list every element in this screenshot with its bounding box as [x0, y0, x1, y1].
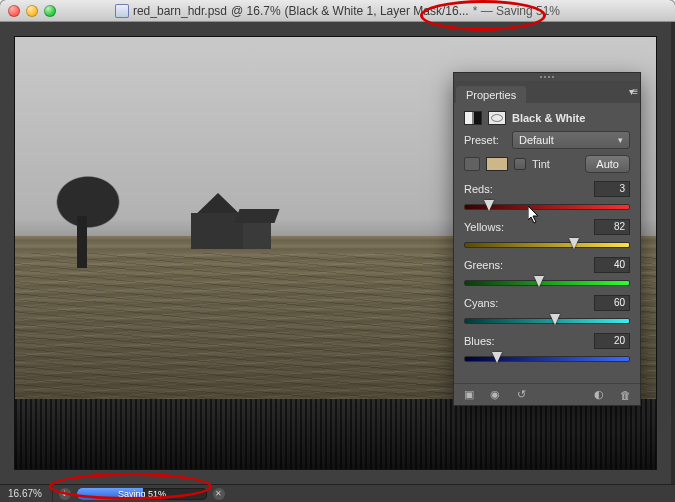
slider-cyans: Cyans: 60	[464, 295, 630, 325]
vertical-scrollbar[interactable]	[671, 22, 675, 484]
cyans-value[interactable]: 60	[594, 295, 630, 311]
reds-track[interactable]	[464, 201, 630, 211]
preset-value: Default	[519, 134, 554, 146]
auto-button[interactable]: Auto	[585, 155, 630, 173]
layer-mask-icon[interactable]	[488, 111, 506, 125]
svg-marker-0	[528, 206, 538, 223]
title-saving-status: * — Saving 51%	[473, 4, 560, 18]
preset-row: Preset: Default ▾	[464, 131, 630, 149]
panel-tabs: Properties ▾≡	[454, 81, 640, 103]
cyans-track[interactable]	[464, 315, 630, 325]
blues-slider-thumb[interactable]	[492, 352, 502, 364]
reds-value[interactable]: 3	[594, 181, 630, 197]
blues-value[interactable]: 20	[594, 333, 630, 349]
title-filename: red_barn_hdr.psd	[133, 4, 227, 18]
close-window-button[interactable]	[8, 5, 20, 17]
document-icon	[115, 4, 129, 18]
title-zoom: @ 16.7%	[231, 4, 281, 18]
slider-greens: Greens: 40	[464, 257, 630, 287]
chevron-down-icon: ▾	[618, 135, 623, 145]
blues-track[interactable]	[464, 353, 630, 363]
yellows-value[interactable]: 82	[594, 219, 630, 235]
zoom-window-button[interactable]	[44, 5, 56, 17]
yellows-track[interactable]	[464, 239, 630, 249]
app-window: red_barn_hdr.psd @ 16.7% (Black & White …	[0, 0, 675, 502]
adjustment-header: Black & White	[464, 111, 630, 125]
panel-menu-icon[interactable]: ▾≡	[629, 86, 636, 97]
slider-blues: Blues: 20	[464, 333, 630, 363]
greens-track[interactable]	[464, 277, 630, 287]
toggle-visibility-icon[interactable]: ◐	[592, 388, 606, 402]
title-layer-detail: (Black & White 1, Layer Mask/16...	[285, 4, 469, 18]
panel-body: Black & White Preset: Default ▾ Tint Aut…	[454, 103, 640, 383]
tint-checkbox[interactable]	[514, 158, 526, 170]
window-title: red_barn_hdr.psd @ 16.7% (Black & White …	[0, 0, 675, 22]
blues-label: Blues:	[464, 335, 495, 347]
tint-color-swatch[interactable]	[486, 157, 508, 171]
reset-icon[interactable]: ↺	[514, 388, 528, 402]
properties-panel[interactable]: Properties ▾≡ Black & White Preset: Defa…	[453, 72, 641, 406]
image-barn	[187, 193, 269, 253]
zoom-level[interactable]: 16.67%	[0, 485, 53, 503]
window-controls	[8, 5, 56, 17]
status-bar: 16.67% ⇣ Saving 51% ✕	[0, 484, 675, 502]
cyans-slider-thumb[interactable]	[550, 314, 560, 326]
yellows-label: Yellows:	[464, 221, 504, 233]
panel-footer: ▣ ◉ ↺ ◐ 🗑	[454, 383, 640, 405]
save-disk-icon: ⇣	[59, 488, 71, 500]
tint-label: Tint	[532, 158, 550, 170]
reds-slider-thumb[interactable]	[484, 200, 494, 212]
yellows-slider-thumb[interactable]	[569, 238, 579, 250]
slider-yellows: Yellows: 82	[464, 219, 630, 249]
cyans-label: Cyans:	[464, 297, 498, 309]
tab-properties[interactable]: Properties	[456, 86, 526, 103]
targeted-adjust-tool-icon[interactable]	[464, 157, 480, 171]
clip-to-layer-icon[interactable]: ▣	[462, 388, 476, 402]
greens-slider-thumb[interactable]	[534, 276, 544, 288]
bw-adjustment-icon	[464, 111, 482, 125]
preset-select[interactable]: Default ▾	[512, 131, 630, 149]
greens-value[interactable]: 40	[594, 257, 630, 273]
image-tree	[43, 160, 133, 256]
tint-row: Tint Auto	[464, 155, 630, 173]
mouse-cursor-icon	[528, 206, 540, 224]
minimize-window-button[interactable]	[26, 5, 38, 17]
save-progress-bar: Saving 51%	[77, 488, 207, 500]
panel-grip[interactable]	[454, 73, 640, 81]
save-progress-label: Saving 51%	[77, 488, 207, 500]
view-previous-icon[interactable]: ◉	[488, 388, 502, 402]
cancel-save-icon[interactable]: ✕	[213, 488, 225, 500]
slider-reds: Reds: 3	[464, 181, 630, 211]
adjustment-name: Black & White	[512, 112, 585, 124]
preset-label: Preset:	[464, 134, 506, 146]
greens-label: Greens:	[464, 259, 503, 271]
image-foreground-grass	[15, 399, 656, 469]
reds-label: Reds:	[464, 183, 493, 195]
delete-adjustment-icon[interactable]: 🗑	[618, 388, 632, 402]
save-progress-group: ⇣ Saving 51% ✕	[59, 488, 225, 500]
titlebar: red_barn_hdr.psd @ 16.7% (Black & White …	[0, 0, 675, 22]
